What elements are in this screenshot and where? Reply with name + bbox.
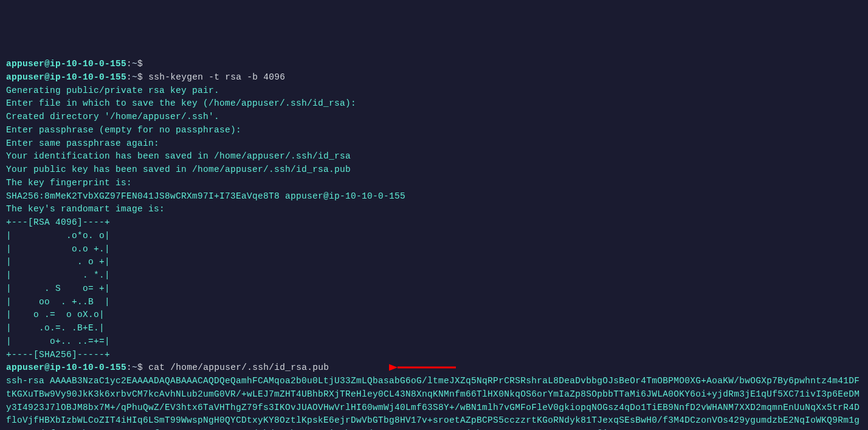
randomart-line: | o.o +.|: [6, 243, 862, 256]
randomart-line: | . *.|: [6, 269, 862, 282]
prompt-user: appuser: [6, 72, 44, 82]
prompt-host: ip-10-10-0-155: [50, 72, 126, 82]
randomart-line: | . S o= +|: [6, 282, 862, 296]
prompt-host: ip-10-10-0-155: [50, 363, 126, 372]
output-line: Enter file in which to save the key (/ho…: [6, 97, 862, 111]
prompt-dollar: $: [137, 363, 143, 372]
terminal-line: appuser@ip-10-10-0-155:~$: [6, 58, 862, 71]
prompt-at: @: [44, 72, 50, 82]
prompt-dollar: $: [137, 59, 143, 69]
prompt-user: appuser: [6, 59, 44, 69]
randomart-line: | .o.=. .B+E.|: [6, 322, 862, 335]
command-text: cat /home/appuser/.ssh/id_rsa.pub: [148, 363, 329, 372]
terminal-line: appuser@ip-10-10-0-155:~$ cat /home/appu…: [6, 361, 862, 375]
prompt-at: @: [44, 363, 50, 372]
output-line: Your identification has been saved in /h…: [6, 150, 862, 163]
prompt-path: ~: [132, 72, 137, 82]
output-line: Enter same passphrase again:: [6, 137, 862, 151]
command-text: ssh-keygen -t rsa -b 4096: [148, 72, 285, 82]
terminal-output[interactable]: appuser@ip-10-10-0-155:~$appuser@ip-10-1…: [6, 58, 862, 430]
randomart-line: | .o*o. o|: [6, 230, 862, 243]
prompt-user: appuser: [6, 363, 44, 372]
output-line: The key fingerprint is:: [6, 177, 862, 190]
output-line: Generating public/private rsa key pair.: [6, 84, 862, 98]
randomart-line: +----[SHA256]-----+: [6, 349, 862, 362]
arrow-annotation-icon: [389, 361, 462, 374]
pubkey-output: ssh-rsa AAAAB3NzaC1yc2EAAAADAQABAAACAQDQ…: [6, 375, 862, 430]
output-line: Created directory '/home/appuser/.ssh'.: [6, 111, 862, 124]
output-line: The key's randomart image is:: [6, 203, 862, 216]
prompt-path: ~: [132, 363, 137, 372]
prompt-dollar: $: [137, 72, 143, 82]
randomart-line: | o+.. ..=+=|: [6, 335, 862, 349]
terminal-line: appuser@ip-10-10-0-155:~$ ssh-keygen -t …: [6, 71, 862, 84]
randomart-line: | o .= o oX.o|: [6, 309, 862, 322]
prompt-path: ~: [132, 59, 137, 69]
randomart-line: | oo . +..B |: [6, 296, 862, 309]
prompt-at: @: [44, 59, 50, 69]
randomart-line: +---[RSA 4096]----+: [6, 216, 862, 230]
output-line: SHA256:8mMeK2TvbXGZ97FEN041JS8wCRXm97I+I…: [6, 190, 862, 203]
randomart-line: | . o +|: [6, 256, 862, 269]
output-line: Enter passphrase (empty for no passphras…: [6, 124, 862, 137]
output-line: Your public key has been saved in /home/…: [6, 163, 862, 177]
prompt-colon: :: [126, 72, 132, 82]
prompt-host: ip-10-10-0-155: [50, 59, 126, 69]
prompt-colon: :: [126, 363, 132, 372]
prompt-colon: :: [126, 59, 132, 69]
